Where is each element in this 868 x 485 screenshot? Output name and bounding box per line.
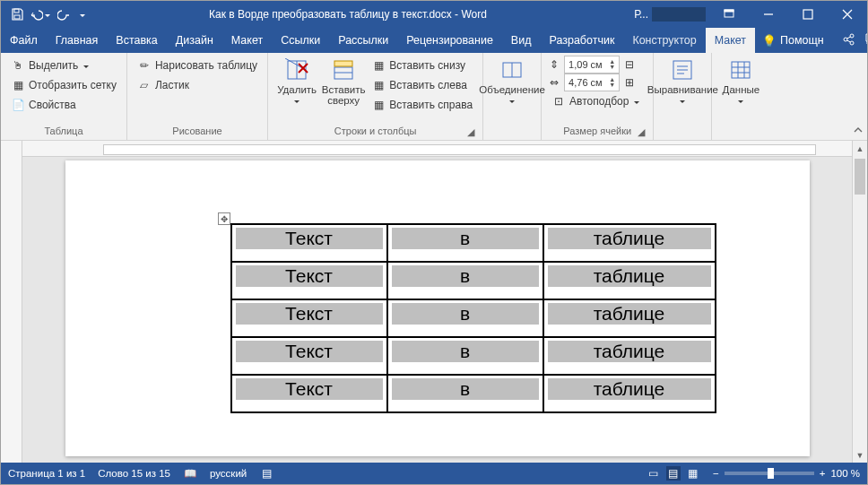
share-button[interactable]	[842, 32, 855, 48]
insert-above-button[interactable]: Вставить сверху	[320, 56, 367, 126]
distribute-cols-button[interactable]: ⊞	[622, 75, 637, 90]
table-cell[interactable]: таблице	[544, 300, 715, 336]
vertical-scrollbar[interactable]: ▲ ▼	[852, 141, 867, 463]
document-table[interactable]: ТекствтаблицеТекствтаблицеТекствтаблицеТ…	[230, 223, 716, 413]
zoom-slider-thumb[interactable]	[768, 468, 774, 479]
view-gridlines-button[interactable]: ▦Отобразить сетку	[6, 75, 121, 95]
minimize-button[interactable]	[749, 1, 788, 28]
table-cell[interactable]: таблице	[544, 263, 715, 299]
insert-right-button[interactable]: ▦Вставить справа	[367, 95, 477, 115]
insert-left-button[interactable]: ▦Вставить слева	[367, 75, 477, 95]
comments-button[interactable]	[864, 32, 868, 48]
group-label-draw: Рисование	[133, 126, 262, 140]
table-row[interactable]: Текствтаблице	[231, 262, 716, 299]
data-button[interactable]: Данные	[717, 56, 764, 126]
table-move-handle[interactable]: ✥	[218, 212, 230, 225]
macro-icon[interactable]: ▤	[259, 466, 273, 481]
tell-me-label: Помощн	[780, 34, 824, 47]
eraser-button[interactable]: ▱Ластик	[133, 75, 262, 95]
table-cell[interactable]: Текст	[232, 263, 386, 299]
table-cell[interactable]: Текст	[232, 338, 386, 374]
zoom-in-button[interactable]: +	[820, 468, 826, 479]
properties-button[interactable]: 📄Свойства	[6, 95, 121, 115]
zoom-value[interactable]: 100 %	[830, 468, 860, 479]
read-mode-button[interactable]: ▭	[647, 466, 661, 481]
select-button[interactable]: 🖱Выделить	[6, 56, 121, 75]
group-label-merge	[489, 126, 535, 140]
chevron-down-icon	[45, 8, 50, 21]
table-cell[interactable]: таблице	[544, 338, 715, 374]
account-area[interactable]: Р...	[602, 7, 709, 22]
distribute-rows-button[interactable]: ⊟	[622, 57, 637, 72]
status-page[interactable]: Страница 1 из 1	[8, 468, 85, 479]
tab-layout[interactable]: Макет	[222, 28, 272, 53]
document-page[interactable]: ✥ ТекствтаблицеТекствтаблицеТекствтаблиц…	[65, 160, 810, 456]
save-button[interactable]	[6, 4, 28, 25]
table-row[interactable]: Текствтаблице	[231, 375, 716, 412]
group-label-alignment	[659, 126, 706, 140]
data-icon	[728, 57, 753, 82]
qat-customize-button[interactable]	[76, 4, 89, 25]
account-name-redacted	[652, 7, 706, 22]
col-width-value: 4,76 см	[569, 77, 603, 88]
tab-table-layout[interactable]: Макет	[706, 28, 755, 53]
group-draw: ✏Нарисовать таблицу ▱Ластик Рисование	[127, 53, 268, 140]
tab-review[interactable]: Рецензирование	[397, 28, 502, 53]
tab-design[interactable]: Дизайн	[167, 28, 222, 53]
tab-references[interactable]: Ссылки	[272, 28, 329, 53]
dialog-launcher-cell-size[interactable]: ◢	[635, 126, 647, 138]
table-cell[interactable]: в	[388, 338, 542, 374]
spellcheck-icon[interactable]: 📖	[183, 466, 197, 481]
table-cell[interactable]: Текст	[232, 376, 386, 411]
redo-button[interactable]	[53, 4, 74, 25]
tab-table-design[interactable]: Конструктор	[623, 28, 705, 53]
row-height-icon: ⇕	[547, 57, 561, 72]
table-cell[interactable]: в	[388, 225, 542, 261]
vertical-ruler[interactable]	[1, 141, 22, 463]
close-button[interactable]	[828, 1, 867, 28]
print-layout-button[interactable]: ▤	[666, 466, 681, 481]
zoom-slider[interactable]	[725, 472, 814, 475]
scroll-thumb[interactable]	[855, 159, 865, 195]
zoom-out-button[interactable]: −	[713, 468, 719, 479]
tab-file[interactable]: Файл	[1, 28, 47, 53]
maximize-button[interactable]	[788, 1, 828, 28]
table-cell[interactable]: в	[388, 263, 542, 299]
chevron-down-icon	[83, 59, 89, 72]
status-words[interactable]: Слово 15 из 15	[98, 468, 170, 479]
merge-button[interactable]: Объединение	[489, 56, 535, 126]
table-row[interactable]: Текствтаблице	[231, 299, 716, 337]
title-bar: Как в Ворде преобразовать таблицу в текс…	[1, 1, 867, 28]
table-cell[interactable]: в	[388, 300, 542, 336]
scroll-up-button[interactable]: ▲	[853, 141, 867, 156]
autofit-button[interactable]: ⊡Автоподбор	[547, 91, 644, 111]
dialog-launcher-rows-cols[interactable]: ◢	[464, 126, 477, 138]
status-language[interactable]: русский	[210, 468, 247, 479]
row-height-input[interactable]: 1,09 см▲▼	[564, 56, 620, 74]
table-row[interactable]: Текствтаблице	[231, 224, 716, 262]
tab-developer[interactable]: Разработчик	[540, 28, 623, 53]
insert-below-button[interactable]: ▦Вставить снизу	[367, 56, 477, 75]
table-cell[interactable]: в	[388, 376, 542, 411]
tab-mailings[interactable]: Рассылки	[329, 28, 397, 53]
table-row[interactable]: Текствтаблице	[231, 337, 716, 375]
tab-view[interactable]: Вид	[502, 28, 541, 53]
delete-button[interactable]: Удалить	[273, 56, 320, 126]
table-cell[interactable]: Текст	[232, 225, 386, 261]
alignment-button[interactable]: Выравнивание	[659, 56, 706, 126]
collapse-ribbon-button[interactable]	[853, 125, 864, 138]
col-width-input[interactable]: 4,76 см▲▼	[564, 74, 620, 91]
horizontal-ruler[interactable]	[22, 141, 852, 157]
undo-button[interactable]	[30, 4, 51, 25]
draw-table-button[interactable]: ✏Нарисовать таблицу	[133, 56, 262, 75]
table-cell[interactable]: таблице	[544, 376, 715, 411]
ribbon-options-button[interactable]	[709, 1, 749, 28]
table-cell[interactable]: таблице	[544, 225, 715, 261]
web-layout-button[interactable]: ▦	[686, 466, 700, 481]
cell-text: в	[392, 341, 539, 362]
scroll-down-button[interactable]: ▼	[853, 447, 867, 463]
tell-me-button[interactable]: 💡Помощн	[755, 28, 833, 53]
table-cell[interactable]: Текст	[232, 300, 386, 336]
tab-insert[interactable]: Вставка	[107, 28, 166, 53]
tab-home[interactable]: Главная	[47, 28, 108, 53]
